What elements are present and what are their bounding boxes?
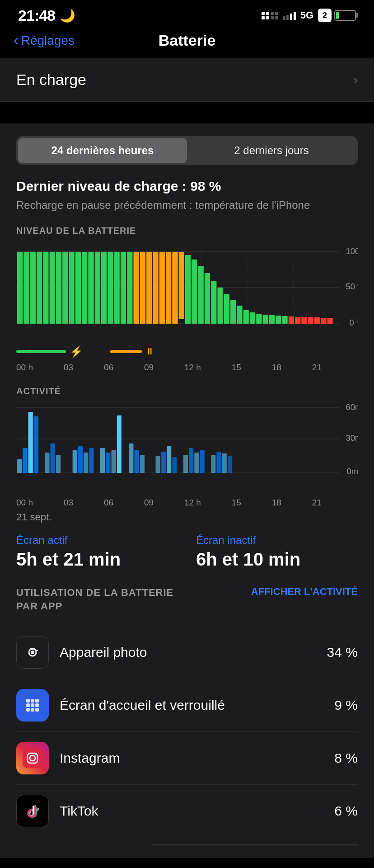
svg-rect-103 [26,699,30,703]
svg-rect-10 [23,252,29,324]
svg-rect-68 [45,453,49,473]
page-title: Batterie [159,32,216,49]
svg-rect-48 [269,315,275,324]
svg-rect-104 [31,699,34,703]
svg-rect-47 [263,315,268,324]
svg-rect-38 [205,273,210,324]
app-row-home[interactable]: Écran d'accueil et verrouillé 9 % [16,679,358,732]
show-activity-button[interactable]: AFFICHER L'ACTIVITÉ [251,586,358,598]
en-charge-row[interactable]: En charge › [0,58,374,102]
svg-rect-14 [50,252,55,324]
app-usage-header: UTILISATION DE LA BATTERIE PAR APP AFFIC… [16,586,358,614]
app-icon-tiktok [16,795,49,827]
x-label: 03 [64,363,73,373]
svg-text:50 %: 50 % [346,282,358,291]
svg-rect-43 [237,306,242,324]
svg-rect-80 [135,450,139,473]
app-row-instagram[interactable]: Instagram 8 % [16,732,358,785]
app-percent-camera: 34 % [327,645,358,660]
svg-text:100 %: 100 % [346,247,358,256]
x-label: 21 [312,498,322,508]
svg-rect-13 [43,252,48,324]
svg-rect-17 [69,252,74,324]
x-label: 18 [272,363,281,373]
svg-rect-22 [101,252,107,324]
svg-rect-64 [17,459,22,473]
svg-rect-87 [189,448,193,473]
screen-stats: Écran actif 5h et 21 min Écran inactif 6… [16,534,358,570]
svg-rect-16 [62,252,68,324]
battery-chart-area: 100 % 50 % 0 % ⚡ ⏸ 00 h 03 06 09 12 h 15… [16,242,358,373]
app-percent-home: 9 % [334,698,358,713]
x-label: 03 [64,498,73,508]
segment-2days[interactable]: 2 derniers jours [187,138,356,163]
main-card: 24 dernières heures 2 derniers jours Der… [0,123,374,858]
app-percent-tiktok: 6 % [334,803,358,819]
svg-rect-67 [34,416,38,473]
svg-rect-36 [192,259,197,324]
app-icon-home [16,689,49,722]
svg-rect-69 [51,443,55,473]
dot [266,16,269,19]
battery-fill [336,12,339,19]
svg-rect-49 [276,316,281,324]
battery-chart-svg: 100 % 50 % 0 % [16,242,358,342]
svg-rect-105 [35,699,39,703]
inactive-screen-col: Écran inactif 6h et 10 min [196,534,358,570]
chevron-left-icon: ‹ [14,32,19,48]
app-name-camera: Appareil photo [60,645,327,660]
svg-rect-71 [73,450,77,473]
svg-rect-85 [172,457,177,473]
svg-rect-45 [250,312,255,324]
svg-rect-82 [156,456,160,473]
app-name-tiktok: TikTok [60,803,334,819]
svg-rect-110 [31,708,34,712]
activity-chart-label: ACTIVITÉ [16,386,358,396]
inactive-screen-value: 6h et 10 min [196,549,358,570]
svg-rect-44 [243,310,249,324]
back-label: Réglages [21,33,75,48]
dot [262,12,265,15]
svg-rect-28 [140,252,145,324]
charge-subtitle: Recharge en pause précédemment : tempéra… [16,198,358,213]
x-label: 06 [104,363,113,373]
svg-rect-46 [256,314,262,324]
svg-rect-111 [35,708,39,712]
orange-charge-indicator [110,350,142,353]
activity-x-labels: 00 h 03 06 09 12 h 15 18 21 [16,498,358,508]
svg-rect-55 [314,317,320,324]
svg-rect-52 [295,317,300,324]
svg-rect-9 [17,252,23,324]
dot [275,16,278,19]
segment-control[interactable]: 24 dernières heures 2 derniers jours [16,136,358,165]
svg-rect-54 [308,317,313,324]
svg-rect-89 [200,450,205,473]
svg-rect-108 [35,703,39,707]
inactive-screen-label: Écran inactif [196,534,358,547]
nav-bar: ‹ Réglages Batterie [0,27,374,58]
back-button[interactable]: ‹ Réglages [14,33,75,48]
svg-rect-21 [95,252,100,324]
app-row-tiktok[interactable]: TikTok 6 % [16,785,358,837]
svg-rect-112 [23,748,42,768]
svg-rect-23 [108,252,113,324]
moon-icon: 🌙 [60,8,75,23]
dot [271,16,274,19]
app-percent-instagram: 8 % [334,750,358,766]
svg-rect-66 [28,412,33,473]
active-screen-value: 5h et 21 min [16,549,178,570]
dot [266,12,269,15]
battery-level-badge: 2 [318,9,332,22]
battery-x-labels: 00 h 03 06 09 12 h 15 18 21 [16,363,358,373]
svg-point-115 [35,754,37,755]
battery-chart-label: NIVEAU DE LA BATTERIE [16,226,358,236]
svg-rect-84 [167,446,171,473]
svg-rect-86 [183,455,188,473]
svg-rect-11 [30,252,36,324]
svg-rect-88 [194,453,199,473]
svg-rect-29 [146,252,152,324]
segment-24h[interactable]: 24 dernières heures [18,138,187,163]
status-time: 21:48 [18,7,55,24]
battery-icon [334,10,356,21]
app-row-camera[interactable]: Appareil photo 34 % [16,626,358,679]
